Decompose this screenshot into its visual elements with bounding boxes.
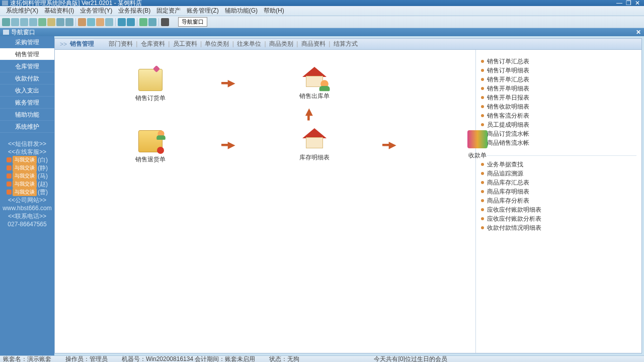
chat-link-1[interactable]: 与我交谈(静)	[0, 164, 54, 172]
tb-icon-9[interactable]	[78, 18, 86, 26]
rlist1-item-2[interactable]: 销售开单汇总表	[481, 75, 636, 84]
tb-icon-13[interactable]	[118, 18, 126, 26]
tb-icon-14[interactable]	[127, 18, 135, 26]
rlist1-item-8[interactable]: 商品订货流水帐	[481, 129, 636, 138]
panel-close-button[interactable]: ✕	[636, 29, 641, 36]
tb-icon-7[interactable]	[56, 18, 64, 26]
company-site-url[interactable]: www.hbst666.com	[0, 204, 54, 212]
rlist2-item-0[interactable]: 业务单据查找	[481, 160, 636, 169]
menu-7[interactable]: 帮助(H)	[261, 7, 287, 15]
header-link-3[interactable]: 单位类别	[203, 40, 230, 47]
rlist1-item-7[interactable]: 员工提成明细表	[481, 120, 636, 129]
node-label: 库存明细表	[289, 153, 340, 162]
header-link-0[interactable]: 部门资料	[107, 40, 134, 47]
tb-icon-16[interactable]	[148, 18, 156, 26]
rlist1-item-1[interactable]: 销售订单明细表	[481, 66, 636, 75]
close-button[interactable]: ✕	[633, 0, 642, 7]
menu-6[interactable]: 辅助功能(G)	[222, 7, 261, 15]
rlist2-item-7[interactable]: 收款付款情况明细表	[481, 223, 636, 232]
tb-icon-11[interactable]	[96, 18, 104, 26]
arrow-icon: ▪▪▪▪▶	[221, 77, 233, 88]
rlist2-item-3[interactable]: 商品库存明细表	[481, 187, 636, 196]
header-link-5[interactable]: 商品类别	[268, 40, 295, 47]
tb-icon-5[interactable]	[38, 18, 46, 26]
chat-link-3[interactable]: 与我交谈(赵)	[0, 180, 54, 188]
tel-number: 027-86647565	[0, 220, 54, 228]
tb-icon-12[interactable]	[105, 18, 113, 26]
rlist2-item-5[interactable]: 应收应付账款明细表	[481, 205, 636, 214]
tb-icon-2[interactable]	[11, 18, 19, 26]
tb-icon-8[interactable]	[65, 18, 73, 26]
sidebar-item-4[interactable]: 收入支出	[0, 84, 54, 97]
minimize-button[interactable]: —	[615, 0, 624, 7]
sms-link[interactable]: <<短信群发>>	[0, 140, 54, 148]
divider	[481, 155, 636, 156]
reports-panel: 销售订单汇总表销售订单明细表销售开单汇总表销售开单明细表销售开单日报表销售收款明…	[475, 50, 641, 353]
header-link-6[interactable]: 商品资料	[300, 40, 327, 47]
header-links: 部门资料 | 仓库资料 | 员工资料 | 单位类别 | 往来单位 | 商品类别 …	[107, 40, 359, 48]
money-icon	[467, 130, 488, 148]
online-service-link[interactable]: <<在线客服>>	[0, 148, 54, 156]
rlist2-item-1[interactable]: 商品追踪溯源	[481, 169, 636, 178]
tb-icon-15[interactable]	[139, 18, 147, 26]
subtitle-text: 导航窗口	[11, 28, 35, 37]
menu-0[interactable]: 系统维护(X)	[3, 7, 41, 15]
node-sales-out[interactable]: 销售出库单	[289, 67, 340, 101]
toolbar: 导航窗口	[0, 16, 644, 28]
header-link-1[interactable]: 仓库资料	[139, 40, 167, 47]
tb-icon-1[interactable]	[2, 18, 10, 26]
rlist1-item-0[interactable]: 销售订单汇总表	[481, 57, 636, 66]
header-link-2[interactable]: 员工资料	[172, 40, 199, 47]
rlist1-item-4[interactable]: 销售开单日报表	[481, 93, 636, 102]
workflow-diagram: 销售订货单 ▪▪▪▪▶ 销售出库单 ▪▪▪▶ 销售退货单	[55, 50, 475, 353]
document-icon	[138, 69, 163, 91]
rlist2-item-2[interactable]: 商品库存汇总表	[481, 178, 636, 187]
chevrons-icon: >>	[60, 41, 67, 48]
menubar: 系统维护(X)基础资料(I)业务管理(Y)业务报表(B)固定资产账务管理(Z)辅…	[0, 6, 644, 16]
sidebar-item-6[interactable]: 辅助功能	[0, 109, 54, 121]
sidebar: 采购管理销售管理仓库管理收款付款收入支出账务管理辅助功能系统维护 <<短信群发>…	[0, 36, 54, 355]
rlist1-item-9[interactable]: 商品销售流水帐	[481, 138, 636, 147]
subtitle-bar: 导航窗口 ✕	[0, 28, 644, 36]
sidebar-item-2[interactable]: 仓库管理	[0, 60, 54, 72]
sidebar-item-3[interactable]: 收款付款	[0, 72, 54, 84]
rlist1-item-6[interactable]: 销售客流分析表	[481, 111, 636, 120]
chat-link-0[interactable]: 与我交谈(白)	[0, 156, 54, 164]
sidebar-item-1[interactable]: 销售管理	[0, 48, 54, 60]
menu-3[interactable]: 业务报表(B)	[115, 7, 153, 15]
menu-1[interactable]: 基础资料(I)	[41, 7, 77, 15]
menu-5[interactable]: 账务管理(Z)	[184, 7, 221, 15]
node-receipt[interactable]: 收款单	[452, 128, 503, 160]
tb-icon-6[interactable]	[47, 18, 55, 26]
chat-link-2[interactable]: 与我交谈(马)	[0, 172, 54, 180]
arrow-up-icon: ▪▪▪▶	[303, 110, 314, 121]
sidebar-info: <<短信群发>> <<在线客服>> 与我交谈(白)与我交谈(静)与我交谈(马)与…	[0, 140, 54, 228]
node-sales-return[interactable]: 销售退货单	[125, 130, 176, 164]
rlist2-item-6[interactable]: 应收应付账款分析表	[481, 214, 636, 223]
tb-icon-4[interactable]	[29, 18, 37, 26]
rlist1-item-3[interactable]: 销售开单明细表	[481, 84, 636, 93]
node-label: 销售出库单	[289, 92, 340, 101]
menu-2[interactable]: 业务管理(Y)	[77, 7, 115, 15]
menu-4[interactable]: 固定资产	[153, 7, 184, 15]
sidebar-item-5[interactable]: 账务管理	[0, 97, 54, 109]
sidebar-item-7[interactable]: 系统维护	[0, 121, 54, 133]
restore-button[interactable]: ❐	[624, 0, 633, 7]
status-period: 会计期间：账套未启用	[195, 355, 255, 363]
tb-icon-10[interactable]	[87, 18, 95, 26]
tb-icon-17[interactable]	[161, 18, 169, 26]
arrow-icon: ▪▪▪▪▶	[221, 139, 233, 150]
arrow-icon: ▪▪▪▪▶	[382, 139, 394, 150]
node-stock-detail[interactable]: 库存明细表	[289, 128, 340, 162]
node-label: 销售订货单	[125, 94, 176, 103]
header-link-4[interactable]: 往来单位	[235, 40, 263, 47]
sidebar-item-0[interactable]: 采购管理	[0, 36, 54, 48]
house-person-icon	[302, 67, 327, 89]
rlist2-item-4[interactable]: 商品库存分析表	[481, 196, 636, 205]
header-link-7[interactable]: 结算方式	[332, 40, 359, 47]
rlist1-item-5[interactable]: 销售收款明细表	[481, 102, 636, 111]
tb-icon-3[interactable]	[20, 18, 28, 26]
chat-link-4[interactable]: 与我交谈(曹)	[0, 188, 54, 196]
node-sales-order[interactable]: 销售订货单	[125, 69, 176, 103]
nav-window-button[interactable]: 导航窗口	[178, 17, 207, 27]
